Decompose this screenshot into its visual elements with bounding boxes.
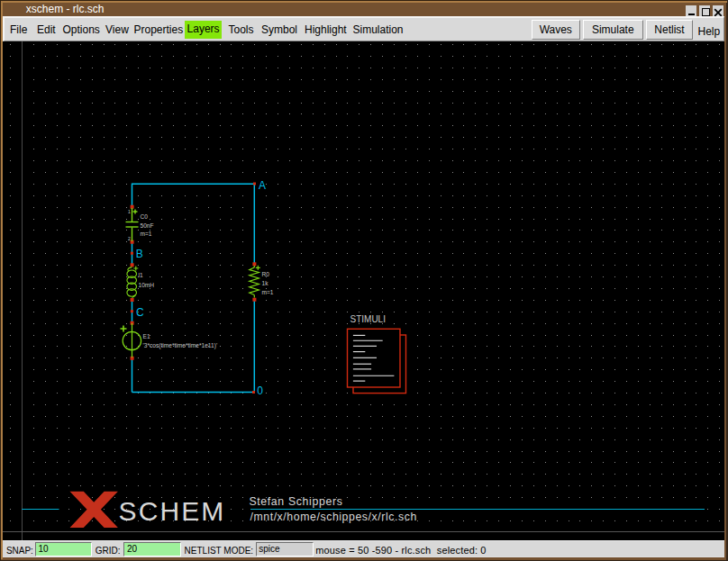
svg-text:B: B [136,248,143,260]
svg-text:50nF: 50nF [141,222,154,229]
svg-text:10mH: 10mH [139,282,155,288]
svg-text:l1: l1 [139,272,143,278]
svg-text:A: A [259,179,266,192]
svg-text:1k: 1k [262,280,269,286]
svg-text:R0: R0 [262,271,270,277]
svg-text:E1: E1 [143,333,150,339]
svg-text:m=1: m=1 [262,289,274,295]
svg-text:'3*cos(time*time*time*1e11)': '3*cos(time*time*time*1e11)' [143,342,218,349]
svg-text:STIMULI: STIMULI [350,314,386,324]
svg-text:C0: C0 [141,213,149,220]
svg-text:m=1: m=1 [141,231,152,237]
svg-text:SCHEM: SCHEM [119,496,226,526]
svg-text:Stefan Schippers: Stefan Schippers [249,495,342,508]
svg-text:/mnt/x/home/schippes/x/rlc.sch: /mnt/x/home/schippes/x/rlc.sch [250,511,417,523]
svg-text:1: 1 [128,209,131,214]
svg-text:2: 2 [128,236,131,241]
svg-text:0: 0 [257,385,263,397]
svg-text:C: C [136,306,144,319]
